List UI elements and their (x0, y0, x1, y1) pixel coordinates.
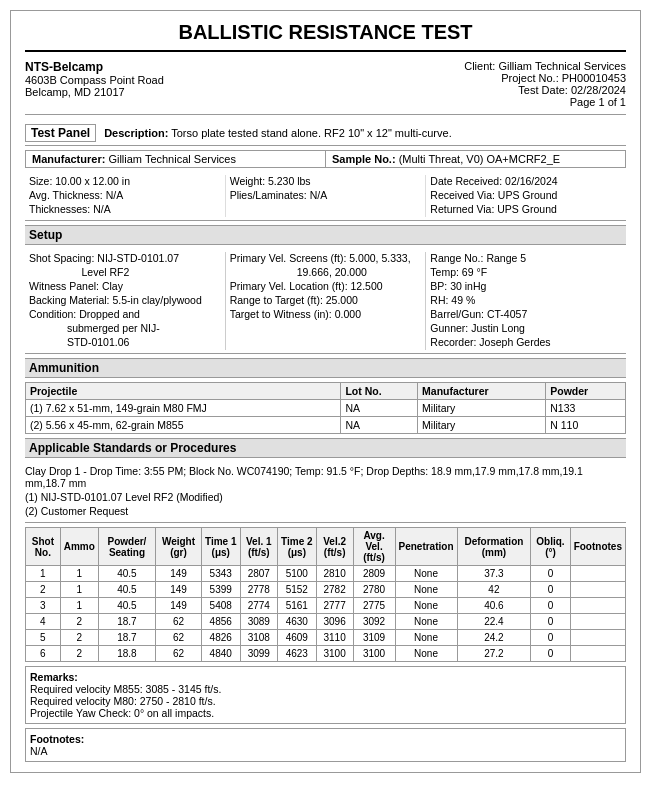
setup-header: Setup (25, 225, 626, 245)
table-row: 4218.76248563089463030963092None22.40 (26, 614, 626, 630)
setup-shot-spacing: Shot Spacing: NIJ-STD-0101.07 (29, 252, 221, 264)
spec-avg-thickness: Avg. Thickness: N/A (29, 189, 221, 201)
footnotes-value: N/A (30, 745, 621, 757)
table-row: 3140.514954082774516127772775None40.60 (26, 598, 626, 614)
applicable-line-2: (1) NIJ-STD-0101.07 Level RF2 (Modified) (25, 491, 626, 503)
setup-vel-screens1: Primary Vel. Screens (ft): 5.000, 5.333, (230, 252, 422, 264)
col-time2: Time 2 (μs) (277, 528, 316, 566)
remarks-line-1: Required velocity M855: 3085 - 3145 ft/s… (30, 683, 621, 695)
setup-temp: Temp: 69 °F (430, 266, 622, 278)
sample-value: (Multi Threat, V0) OA+MCRF2_E (399, 153, 560, 165)
setup-range-target: Range to Target (ft): 25.000 (230, 294, 422, 306)
setup-condition2: submerged per NIJ- (29, 322, 221, 334)
setup-grid: Shot Spacing: NIJ-STD-0101.07 Level RF2 … (25, 249, 626, 354)
ammunition-section: Projectile Lot No. Manufacturer Powder (… (25, 382, 626, 434)
col-ammo: Ammo (60, 528, 98, 566)
company-name: NTS-Belcamp (25, 60, 164, 74)
ammo-col-projectile: Projectile (26, 383, 341, 400)
manufacturer-label: Manufacturer: (32, 153, 105, 165)
ammo-projectile-2: (2) 5.56 x 45-mm, 62-grain M855 (26, 417, 341, 434)
project-number: Project No.: PH00010453 (464, 72, 626, 84)
test-date: Test Date: 02/28/2024 (464, 84, 626, 96)
col-footnotes: Footnotes (570, 528, 625, 566)
footnotes-section: Footnotes: N/A (25, 728, 626, 762)
data-table: Shot No. Ammo Powder/ Seating Weight (gr… (25, 527, 626, 662)
setup-vel-screens2: 19.666, 20.000 (230, 266, 422, 278)
ammo-mfr-2: Military (418, 417, 546, 434)
manufacturer-row: Manufacturer: Gilliam Technical Services… (25, 150, 626, 168)
sample-label: Sample No.: (332, 153, 396, 165)
client-info: Client: Gilliam Technical Services Proje… (464, 60, 626, 108)
spec-weight: Weight: 5.230 lbs (230, 175, 422, 187)
ammunition-header: Ammunition (25, 358, 626, 378)
company-info: NTS-Belcamp 4603B Compass Point Road Bel… (25, 60, 164, 108)
page: BALLISTIC RESISTANCE TEST NTS-Belcamp 46… (10, 10, 641, 773)
setup-condition1: Condition: Dropped and (29, 308, 221, 320)
specs-col1: Size: 10.00 x 12.00 in Avg. Thickness: N… (25, 175, 226, 217)
specs-row: Size: 10.00 x 12.00 in Avg. Thickness: N… (25, 172, 626, 221)
table-row: (1) 7.62 x 51-mm, 149-grain M80 FMJ NA M… (26, 400, 626, 417)
table-row: 2140.514953992778515227822780None420 (26, 582, 626, 598)
ammo-lot-1: NA (341, 400, 418, 417)
ammo-col-powder: Powder (546, 383, 626, 400)
footnotes-label: Footnotes: (30, 733, 84, 745)
setup-target-witness: Target to Witness (in): 0.000 (230, 308, 422, 320)
col-obliq: Obliq. (°) (531, 528, 570, 566)
col-avg-vel: Avg. Vel. (ft/s) (353, 528, 395, 566)
col-time1: Time 1 (μs) (201, 528, 240, 566)
setup-rh: RH: 49 % (430, 294, 622, 306)
company-address2: Belcamp, MD 21017 (25, 86, 164, 98)
header: NTS-Belcamp 4603B Compass Point Road Bel… (25, 60, 626, 115)
setup-condition3: STD-0101.06 (29, 336, 221, 348)
ammo-col-lot: Lot No. (341, 383, 418, 400)
setup-gunner: Gunner: Justin Long (430, 322, 622, 334)
company-address1: 4603B Compass Point Road (25, 74, 164, 86)
spec-thicknesses: Thicknesses: N/A (29, 203, 221, 215)
setup-level: Level RF2 (29, 266, 221, 278)
table-row: (2) 5.56 x 45-mm, 62-grain M855 NA Milit… (26, 417, 626, 434)
client-name: Client: Gilliam Technical Services (464, 60, 626, 72)
ammunition-table: Projectile Lot No. Manufacturer Powder (… (25, 382, 626, 434)
applicable-line-1: Clay Drop 1 - Drop Time: 3:55 PM; Block … (25, 465, 626, 489)
specs-col3: Date Received: 02/16/2024 Received Via: … (426, 175, 626, 217)
remarks-label: Remarks: (30, 671, 78, 683)
setup-bp: BP: 30 inHg (430, 280, 622, 292)
ammo-projectile-1: (1) 7.62 x 51-mm, 149-grain M80 FMJ (26, 400, 341, 417)
test-panel-description-label: Description: Torso plate tested stand al… (104, 127, 452, 139)
applicable-header: Applicable Standards or Procedures (25, 438, 626, 458)
page-number: Page 1 of 1 (464, 96, 626, 108)
spec-returned-via: Returned Via: UPS Ground (430, 203, 622, 215)
remarks-section: Remarks: Required velocity M855: 3085 - … (25, 666, 626, 724)
spec-size: Size: 10.00 x 12.00 in (29, 175, 221, 187)
setup-backing: Backing Material: 5.5-in clay/plywood (29, 294, 221, 306)
setup-vel-location: Primary Vel. Location (ft): 12.500 (230, 280, 422, 292)
spec-plies: Plies/Laminates: N/A (230, 189, 422, 201)
specs-col2: Weight: 5.230 lbs Plies/Laminates: N/A (226, 175, 427, 217)
ammo-powder-2: N 110 (546, 417, 626, 434)
setup-col3: Range No.: Range 5 Temp: 69 °F BP: 30 in… (426, 252, 626, 350)
col-penetration: Penetration (395, 528, 457, 566)
table-row: 1140.514953432807510028102809None37.30 (26, 566, 626, 582)
setup-witness: Witness Panel: Clay (29, 280, 221, 292)
col-deformation: Deformation (mm) (457, 528, 531, 566)
col-vel2: Vel.2 (ft/s) (316, 528, 353, 566)
applicable-line-3: (2) Customer Request (25, 505, 626, 517)
applicable-section: Clay Drop 1 - Drop Time: 3:55 PM; Block … (25, 462, 626, 523)
col-powder-seating: Powder/ Seating (98, 528, 155, 566)
table-row: 5218.76248263108460931103109None24.20 (26, 630, 626, 646)
ammo-mfr-1: Military (418, 400, 546, 417)
setup-col1: Shot Spacing: NIJ-STD-0101.07 Level RF2 … (25, 252, 226, 350)
spec-date-received: Date Received: 02/16/2024 (430, 175, 622, 187)
sample-cell: Sample No.: (Multi Threat, V0) OA+MCRF2_… (326, 151, 625, 167)
col-weight: Weight (gr) (156, 528, 202, 566)
col-shot-no: Shot No. (26, 528, 61, 566)
page-title: BALLISTIC RESISTANCE TEST (25, 21, 626, 52)
ammo-lot-2: NA (341, 417, 418, 434)
remarks-line-3: Projectile Yaw Check: 0° on all impacts. (30, 707, 621, 719)
col-vel1: Vel. 1 (ft/s) (240, 528, 277, 566)
ammo-col-manufacturer: Manufacturer (418, 383, 546, 400)
manufacturer-cell: Manufacturer: Gilliam Technical Services (26, 151, 326, 167)
test-panel-row: Test Panel Description: Torso plate test… (25, 121, 626, 146)
table-row: 6218.86248403099462331003100None27.20 (26, 646, 626, 662)
spec-received-via: Received Via: UPS Ground (430, 189, 622, 201)
